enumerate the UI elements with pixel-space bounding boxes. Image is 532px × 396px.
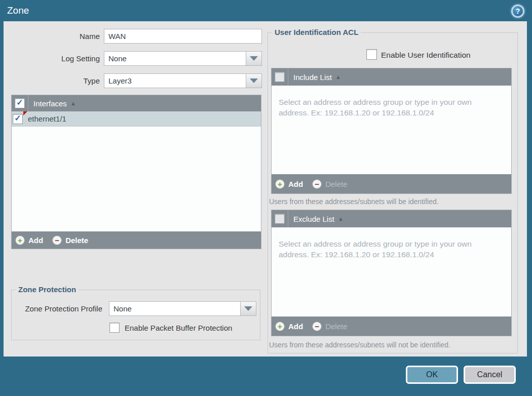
delete-icon: − — [52, 235, 62, 245]
include-delete-button-disabled: − Delete — [312, 179, 347, 189]
add-button-label: Add — [288, 322, 303, 331]
type-select[interactable]: Layer3 — [104, 73, 262, 88]
interfaces-panel: ✓ Interfaces ▲ ✓ ethernet1/1 + Add − Del… — [11, 95, 261, 249]
interfaces-add-button[interactable]: + Add — [15, 235, 43, 245]
interface-name: ethernet1/1 — [28, 114, 66, 123]
enable-user-identification-label: Enable User Identification — [381, 51, 471, 60]
zone-dialog: Zone ? Name Log Setting None Type Layer3… — [0, 0, 532, 396]
include-list-placeholder: Select an address or address group or ty… — [279, 97, 491, 118]
sort-ascending-icon: ▲ — [335, 74, 341, 80]
log-setting-label: Log Setting — [20, 54, 100, 63]
interfaces-list-body: ✓ ethernet1/1 — [12, 111, 261, 231]
delete-button-label: Delete — [325, 180, 347, 188]
log-setting-value: None — [104, 52, 246, 65]
add-icon: + — [275, 322, 285, 331]
name-input[interactable] — [104, 29, 262, 44]
include-list-header-label: Include List — [293, 73, 332, 82]
include-select-all-checkbox[interactable] — [275, 72, 285, 82]
name-label: Name — [20, 32, 100, 41]
delete-button-label: Delete — [325, 322, 347, 331]
interfaces-select-all-checkbox[interactable]: ✓ — [15, 98, 25, 108]
header-separator — [28, 95, 28, 111]
check-icon: ✓ — [16, 99, 23, 107]
ok-button[interactable]: OK — [406, 366, 458, 384]
exclude-list-header-label: Exclude List — [293, 215, 334, 223]
exclude-list-toolbar: + Add − Delete — [272, 316, 511, 336]
add-icon: + — [15, 235, 25, 245]
check-icon: ✓ — [14, 114, 21, 123]
interfaces-toolbar: + Add − Delete — [12, 231, 261, 249]
type-value: Layer3 — [104, 74, 246, 88]
chevron-down-icon — [244, 306, 252, 311]
include-list-toolbar: + Add − Delete — [272, 174, 511, 193]
include-add-button[interactable]: + Add — [275, 179, 303, 189]
dialog-titlebar: Zone — [0, 0, 532, 21]
zone-protection-profile-value: None — [109, 302, 240, 315]
chevron-down-icon — [250, 56, 258, 61]
delete-icon: − — [312, 179, 322, 189]
zone-protection-legend: Zone Protection — [16, 285, 79, 294]
chevron-down-icon — [250, 78, 258, 83]
exclude-list-placeholder: Select an address or address group or ty… — [279, 239, 491, 260]
enable-user-identification-checkbox[interactable] — [366, 49, 377, 60]
add-icon: + — [275, 179, 285, 189]
dialog-title: Zone — [7, 0, 29, 21]
modified-flag-icon — [23, 111, 27, 115]
add-button-label: Add — [28, 236, 43, 245]
exclude-delete-button-disabled: − Delete — [312, 322, 347, 331]
interfaces-header-label: Interfaces — [33, 99, 67, 108]
help-button[interactable]: ? — [511, 5, 524, 18]
exclude-list-header[interactable]: Exclude List ▲ — [272, 210, 511, 227]
add-button-label: Add — [288, 180, 303, 188]
include-list-panel: Include List ▲ Select an address or addr… — [271, 68, 512, 194]
header-separator — [288, 210, 288, 227]
delete-button-label: Delete — [65, 236, 88, 245]
exclude-select-all-checkbox[interactable] — [275, 214, 285, 224]
zone-protection-profile-label: Zone Protection Profile — [15, 304, 102, 313]
exclude-add-button[interactable]: + Add — [275, 322, 303, 331]
delete-icon: − — [312, 322, 322, 331]
zone-protection-profile-select[interactable]: None — [109, 301, 256, 316]
sort-ascending-icon: ▲ — [338, 216, 344, 222]
interfaces-delete-button[interactable]: − Delete — [52, 235, 88, 245]
include-list-note: Users from these addresses/subnets will … — [269, 197, 439, 206]
cancel-button[interactable]: Cancel — [464, 366, 516, 384]
packet-buffer-protection-checkbox[interactable] — [109, 323, 120, 333]
interfaces-header[interactable]: ✓ Interfaces ▲ — [12, 95, 261, 111]
user-identification-legend: User Identification ACL — [272, 28, 361, 36]
interface-row-checkbox[interactable]: ✓ — [13, 114, 23, 124]
exclude-list-panel: Exclude List ▲ Select an address or addr… — [271, 210, 512, 336]
include-list-header[interactable]: Include List ▲ — [272, 68, 511, 86]
type-dropdown-button[interactable] — [246, 74, 261, 88]
exclude-list-body[interactable]: Select an address or address group or ty… — [272, 227, 511, 316]
exclude-list-note: Users from these addresses/subnets will … — [269, 341, 450, 349]
sort-ascending-icon: ▲ — [70, 100, 76, 106]
log-setting-dropdown-button[interactable] — [246, 52, 261, 65]
log-setting-select[interactable]: None — [104, 51, 262, 66]
help-icon: ? — [513, 6, 523, 16]
packet-buffer-protection-label: Enable Packet Buffer Protection — [125, 324, 232, 332]
header-separator — [288, 68, 288, 86]
zone-protection-dropdown-button[interactable] — [240, 302, 256, 315]
include-list-body[interactable]: Select an address or address group or ty… — [272, 86, 511, 174]
interface-row[interactable]: ✓ ethernet1/1 — [12, 111, 261, 127]
type-label: Type — [20, 76, 100, 85]
